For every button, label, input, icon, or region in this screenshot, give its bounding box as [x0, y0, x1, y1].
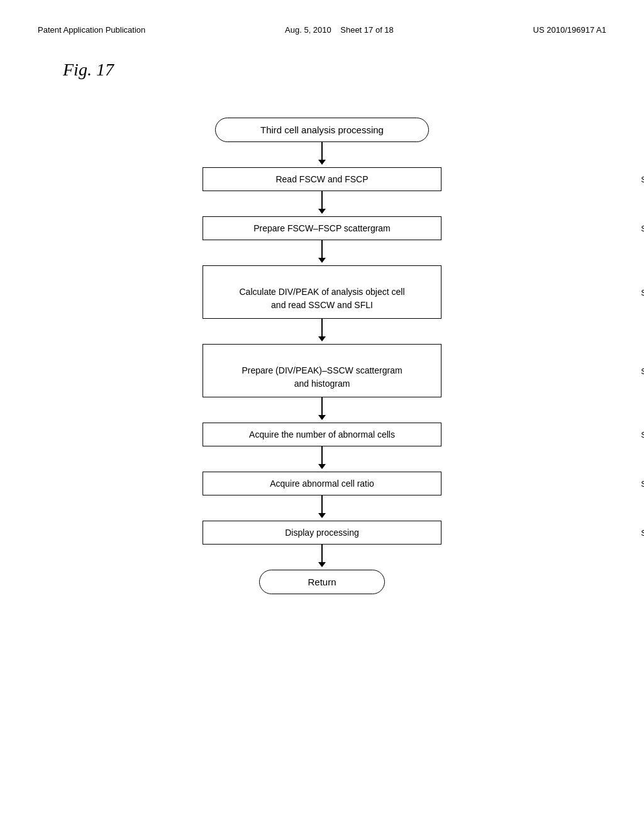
flow-item-end: Return [38, 570, 606, 594]
arrow-4 [318, 397, 326, 423]
step-wrapper-end: Return [38, 570, 606, 594]
flow-item-s50005: Acquire the number of abnormal cells S50… [38, 423, 606, 446]
step-wrapper-start: Third cell analysis processing [38, 118, 606, 142]
arrow-7 [318, 545, 326, 570]
step-wrapper-s50003: Calculate DIV/PEAK of analysis object ce… [38, 265, 606, 319]
label-s50002: S50002 [641, 224, 644, 233]
node-s50005: Acquire the number of abnormal cells [203, 423, 441, 446]
label-s50003: S50003 [641, 287, 644, 297]
arrow-0 [318, 142, 326, 167]
label-s50006: S50006 [641, 479, 644, 489]
label-s50001: S50001 [641, 175, 644, 184]
page-header: Patent Application Publication Aug. 5, 2… [38, 25, 606, 35]
step-wrapper-s50006: Acquire abnormal cell ratio S50006 [38, 472, 606, 495]
header-left: Patent Application Publication [38, 25, 145, 35]
node-s50006: Acquire abnormal cell ratio [203, 472, 441, 495]
flow-item-s50004: Prepare (DIV/PEAK)–SSCW scattergram and … [38, 344, 606, 397]
node-s50002: Prepare FSCW–FSCP scattergram [203, 216, 441, 240]
label-s50007: S50007 [641, 528, 644, 538]
flow-item-s50002: Prepare FSCW–FSCP scattergram S50002 [38, 216, 606, 240]
node-end: Return [259, 570, 385, 594]
step-wrapper-s50005: Acquire the number of abnormal cells S50… [38, 423, 606, 446]
label-s50004: S50004 [641, 366, 644, 375]
step-wrapper-s50007: Display processing S50007 [38, 521, 606, 545]
header-right: US 2010/196917 A1 [533, 25, 606, 35]
figure-title: Fig. 17 [63, 60, 606, 80]
step-wrapper-s50001: Read FSCW and FSCP S50001 [38, 167, 606, 191]
arrow-3 [318, 319, 326, 344]
flowchart: Third cell analysis processing Read FSCW… [38, 118, 606, 594]
flow-item-s50003: Calculate DIV/PEAK of analysis object ce… [38, 265, 606, 319]
node-s50001: Read FSCW and FSCP [203, 167, 441, 191]
arrow-1 [318, 191, 326, 216]
header-date: Aug. 5, 2010 Sheet 17 of 18 [285, 25, 394, 35]
flow-item-s50006: Acquire abnormal cell ratio S50006 [38, 472, 606, 495]
step-wrapper-s50004: Prepare (DIV/PEAK)–SSCW scattergram and … [38, 344, 606, 397]
flow-item-s50001: Read FSCW and FSCP S50001 [38, 167, 606, 191]
arrow-2 [318, 240, 326, 265]
step-wrapper-s50002: Prepare FSCW–FSCP scattergram S50002 [38, 216, 606, 240]
arrow-5 [318, 446, 326, 472]
node-s50004: Prepare (DIV/PEAK)–SSCW scattergram and … [203, 344, 441, 397]
label-s50005: S50005 [641, 430, 644, 440]
node-start: Third cell analysis processing [215, 118, 429, 142]
page: Patent Application Publication Aug. 5, 2… [0, 0, 644, 830]
node-s50007: Display processing [203, 521, 441, 545]
arrow-6 [318, 495, 326, 521]
flow-item-start: Third cell analysis processing [38, 118, 606, 142]
flow-item-s50007: Display processing S50007 [38, 521, 606, 545]
node-s50003: Calculate DIV/PEAK of analysis object ce… [203, 265, 441, 319]
